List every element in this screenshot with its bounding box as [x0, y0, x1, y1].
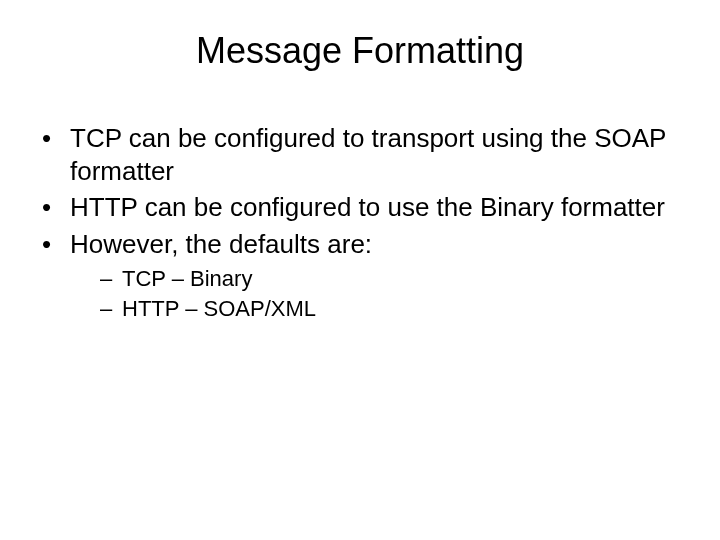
bullet-item-text: However, the defaults are:: [70, 229, 372, 259]
bullet-item: HTTP can be configured to use the Binary…: [42, 191, 690, 224]
sub-bullet-item: HTTP – SOAP/XML: [100, 294, 690, 324]
bullet-item: However, the defaults are: TCP – Binary …: [42, 228, 690, 324]
slide-title: Message Formatting: [30, 30, 690, 72]
bullet-item: TCP can be configured to transport using…: [42, 122, 690, 187]
sub-bullet-list: TCP – Binary HTTP – SOAP/XML: [70, 264, 690, 323]
bullet-list: TCP can be configured to transport using…: [30, 122, 690, 323]
sub-bullet-item: TCP – Binary: [100, 264, 690, 294]
